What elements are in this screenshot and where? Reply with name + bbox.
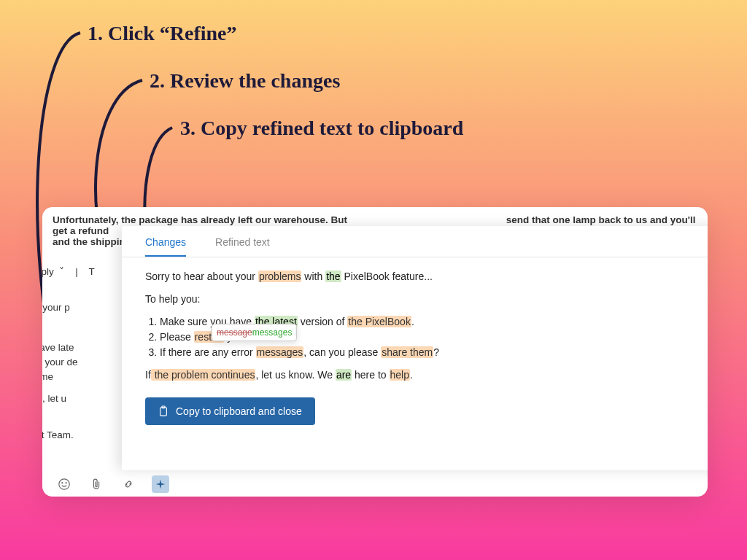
refined-help-label: To help you: [145,292,708,307]
diff-tooltip-old: message [217,327,252,338]
diff-highlight: share them [381,346,433,358]
svg-point-3 [62,482,63,483]
diff-highlight: are [336,369,352,381]
reply-dropdown[interactable]: c reply ˅ | T [42,265,95,277]
draft-fragment: n Support Team. [42,429,74,440]
callout-step-3: 3. Copy refined text to clipboard [180,117,463,140]
diff-highlight: problems [258,271,302,282]
refine-popup: Changes Refined text Sorry to hear about… [122,226,708,470]
tab-refined-text[interactable]: Refined text [215,236,270,257]
refined-step-3: If there are any error messages, can you… [160,345,708,360]
changes-panel: Sorry to hear about your problems with t… [122,257,708,437]
refine-sparkle-button[interactable] [152,475,169,493]
composer-toolbar [42,472,708,497]
svg-point-2 [59,479,69,489]
diff-highlight: the problem continues [151,369,256,381]
diff-highlight: help [390,369,410,381]
diff-highlight: the PixelBook [347,316,411,327]
draft-fragment: restaert your de [42,357,78,368]
svg-point-4 [66,482,66,483]
prior-message-line2: and the shipping [53,236,131,247]
callout-step-1: 1. Click “Refine” [88,22,237,45]
prior-message-part-a: Unfortunately, the package has already l… [53,214,347,225]
svg-rect-0 [160,408,167,416]
emoji-icon[interactable] [55,475,73,493]
draft-fragment: hear about your p [42,302,70,313]
diff-highlight: the [325,271,341,282]
draft-fragment: ure you have late [42,342,74,353]
refined-outro: If the problem continues, let us know. W… [145,368,708,383]
diff-tooltip: messagemessages [212,324,297,341]
attachment-icon[interactable] [88,475,105,493]
callout-step-2: 2. Review the changes [150,69,340,93]
refined-intro: Sorry to hear about your problems with t… [145,269,708,284]
draft-fragment: e are any error me [42,371,53,382]
diff-highlight: messages [256,346,304,358]
copy-to-clipboard-button[interactable]: Copy to clipboard and close [145,397,315,425]
clipboard-icon [158,405,169,417]
link-icon[interactable] [120,475,137,493]
diff-tooltip-new: messages [252,327,293,338]
draft-fragment: m continue, let u [42,393,66,404]
tab-changes[interactable]: Changes [145,236,186,257]
app-card: Unfortunately, the package has already l… [42,207,708,497]
